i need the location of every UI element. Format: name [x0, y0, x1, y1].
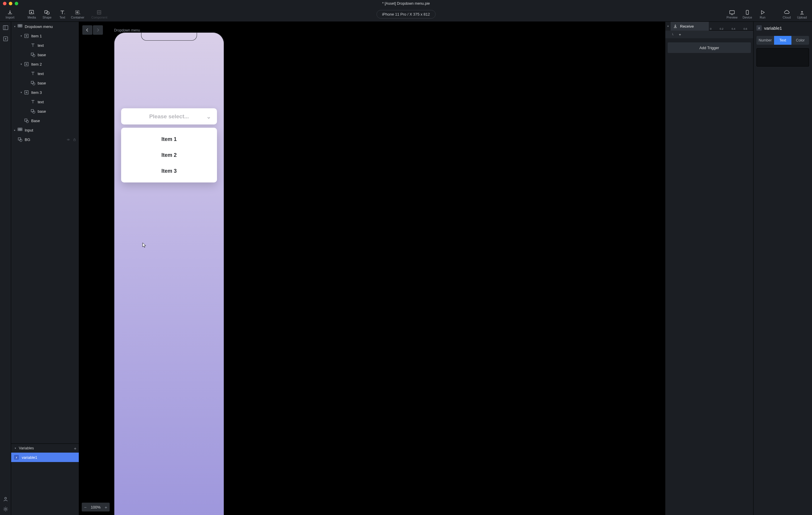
device-frame-selector[interactable]: iPhone 11 Pro / X 375 x 812: [377, 10, 436, 19]
frame-icon: [24, 62, 29, 66]
variables-header[interactable]: ▾ Variables +: [11, 444, 79, 453]
svg-rect-23: [31, 81, 33, 84]
text-layer-icon: [31, 100, 35, 104]
chevron-down-icon: ⌄: [206, 113, 211, 120]
text-icon: [59, 10, 65, 15]
layer-base[interactable]: Base: [11, 116, 79, 125]
zoom-in-button[interactable]: +: [105, 505, 107, 510]
preview-button[interactable]: Preview: [724, 7, 740, 22]
canvas-scene-label: Dropdown menu: [114, 28, 140, 32]
layer-tree: ▾ Dropdown menu ▾ Item 1 text base: [11, 22, 79, 443]
layer-item-3-base[interactable]: base: [11, 107, 79, 116]
canvas-forward-button[interactable]: [93, 25, 103, 35]
layer-input[interactable]: ▸ Input: [11, 125, 79, 135]
segment-color[interactable]: Color: [791, 36, 809, 45]
svg-point-27: [33, 111, 35, 113]
device-button[interactable]: Device: [740, 7, 755, 22]
canvas-back-button[interactable]: [82, 25, 92, 35]
variable-icon: x: [756, 25, 762, 31]
layer-item-2[interactable]: ▾ Item 2: [11, 59, 79, 69]
run-button[interactable]: Run: [755, 7, 770, 22]
svg-point-11: [5, 497, 6, 499]
window-title: * [Asset] Dropdown menu.pie: [0, 1, 812, 6]
media-button[interactable]: Media: [24, 7, 39, 22]
zoom-level: 100%: [91, 505, 100, 509]
visibility-icon[interactable]: [66, 138, 70, 141]
svg-rect-31: [20, 128, 21, 129]
import-button[interactable]: Import: [2, 7, 18, 22]
svg-point-24: [33, 83, 35, 85]
add-action-button[interactable]: +: [679, 32, 681, 37]
text-layer-icon: [31, 43, 35, 48]
caret-icon[interactable]: ▸: [13, 129, 17, 132]
caret-icon[interactable]: ▾: [20, 91, 23, 94]
svg-rect-39: [74, 139, 76, 141]
layer-root[interactable]: ▾ Dropdown menu: [11, 22, 79, 31]
svg-rect-28: [25, 119, 27, 121]
layer-item-2-base[interactable]: base: [11, 78, 79, 88]
settings-icon[interactable]: [3, 506, 8, 512]
close-window-button[interactable]: [3, 2, 6, 5]
segment-number[interactable]: Number: [756, 36, 774, 45]
caret-icon[interactable]: ▾: [20, 34, 23, 37]
variable-row-1[interactable]: x variable1: [11, 453, 79, 462]
cloud-icon: [784, 10, 790, 15]
user-icon[interactable]: [3, 496, 8, 502]
canvas[interactable]: Dropdown menu Please select... ⌄ Item 1 …: [79, 22, 665, 515]
lock-icon[interactable]: [72, 138, 77, 141]
cursor-icon: [142, 243, 146, 248]
svg-rect-9: [3, 26, 8, 30]
layer-item-1[interactable]: ▾ Item 1: [11, 31, 79, 40]
timeline-header: ▾ Receive 0 0.2 0.4 0.6: [665, 22, 753, 31]
device-outline: [114, 32, 224, 515]
svg-rect-26: [31, 109, 33, 112]
svg-rect-17: [20, 26, 21, 27]
layer-bg[interactable]: BG: [11, 135, 79, 144]
branch-icon: [672, 32, 676, 36]
text-tool-button[interactable]: Text: [55, 7, 70, 22]
add-trigger-button[interactable]: Add Trigger: [668, 43, 751, 53]
shape-layer-icon: [31, 52, 35, 57]
caret-icon[interactable]: ▾: [20, 63, 23, 65]
caret-icon[interactable]: ▾: [665, 25, 671, 28]
svg-rect-4: [77, 12, 78, 13]
variable-name: variable1: [22, 455, 37, 460]
receive-trigger[interactable]: Receive: [671, 22, 709, 31]
segment-text[interactable]: Text: [774, 36, 792, 45]
timeline-add-row[interactable]: +: [665, 31, 753, 38]
component-button[interactable]: Component: [92, 7, 107, 22]
svg-point-29: [26, 120, 29, 123]
layer-item-2-text[interactable]: text: [11, 69, 79, 78]
svg-rect-35: [21, 130, 22, 131]
dropdown-option-2[interactable]: Item 2: [121, 147, 217, 163]
upload-icon: [799, 10, 805, 15]
add-panel-icon[interactable]: [3, 36, 8, 42]
dropdown-option-1[interactable]: Item 1: [121, 131, 217, 147]
import-icon: [7, 10, 13, 15]
layers-panel: ▾ Dropdown menu ▾ Item 1 text base: [11, 22, 79, 515]
caret-icon[interactable]: ▾: [13, 25, 17, 28]
frame-icon: [24, 90, 29, 95]
add-variable-button[interactable]: +: [74, 446, 77, 451]
container-button[interactable]: Container: [70, 7, 85, 22]
panels-icon[interactable]: [3, 25, 8, 31]
shape-icon: [44, 10, 50, 15]
upload-button[interactable]: Upload: [794, 7, 810, 22]
cloud-button[interactable]: Cloud: [779, 7, 794, 22]
layer-item-3-text[interactable]: text: [11, 97, 79, 107]
variable-type-segment: Number Text Color: [756, 36, 809, 45]
shape-button[interactable]: Shape: [39, 7, 55, 22]
device-icon: [744, 10, 750, 15]
caret-icon[interactable]: ▾: [13, 447, 17, 450]
layer-item-1-base[interactable]: base: [11, 50, 79, 59]
minimize-window-button[interactable]: [9, 2, 12, 5]
svg-rect-30: [18, 128, 19, 129]
layer-item-3[interactable]: ▾ Item 3: [11, 88, 79, 97]
variable-value-input[interactable]: [756, 48, 809, 66]
zoom-out-button[interactable]: −: [84, 505, 87, 510]
inspector-title: x variable1: [756, 25, 809, 31]
dropdown-option-3[interactable]: Item 3: [121, 163, 217, 179]
dropdown-select[interactable]: Please select... ⌄: [121, 108, 217, 125]
zoom-window-button[interactable]: [15, 2, 18, 5]
layer-item-1-text[interactable]: text: [11, 40, 79, 50]
